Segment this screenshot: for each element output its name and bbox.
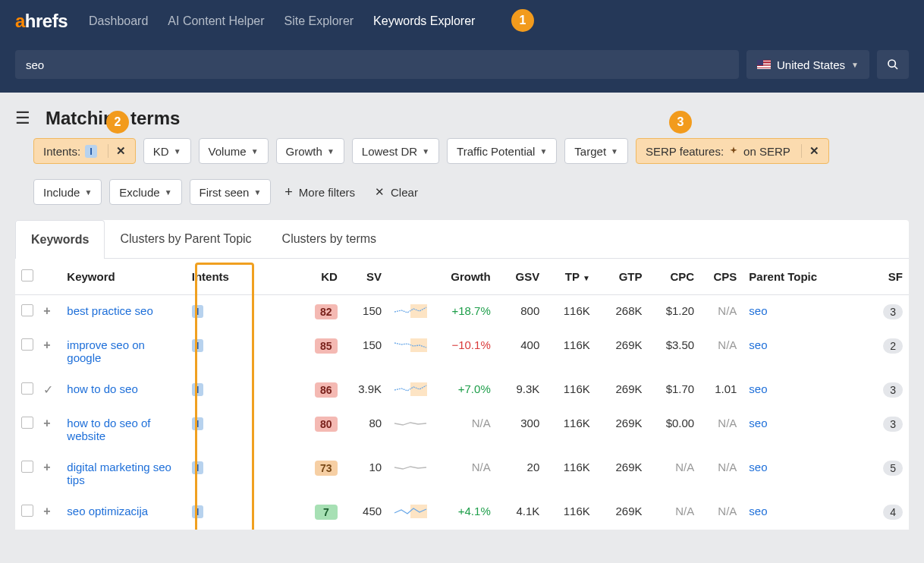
chevron-down-icon: ▼ (611, 147, 618, 156)
sparkline-icon (394, 505, 427, 518)
cpc-value: N/A (649, 495, 701, 530)
keyword-search-input[interactable] (15, 50, 739, 79)
keyword-link[interactable]: digital marketing seo tips (67, 461, 179, 486)
select-all-checkbox[interactable] (21, 269, 33, 282)
parent-topic-link[interactable]: seo (749, 304, 767, 317)
sf-pill: 5 (883, 461, 903, 476)
filter-traffic-potential[interactable]: Traffic Potential▼ (447, 138, 557, 164)
more-filters-button[interactable]: + More filters (278, 184, 361, 200)
hamburger-menu-icon[interactable]: ☰ (15, 109, 30, 128)
col-cpc[interactable]: CPC (649, 259, 701, 295)
kd-pill: 85 (315, 338, 338, 354)
gsv-value: 400 (497, 329, 546, 373)
sf-pill: 4 (883, 505, 903, 520)
filter-lowest-dr[interactable]: Lowest DR▼ (352, 138, 439, 164)
col-sv[interactable]: SV (344, 259, 388, 295)
intent-badge: I (192, 461, 204, 474)
col-gsv[interactable]: GSV (497, 259, 546, 295)
filter-volume[interactable]: Volume▼ (199, 138, 269, 164)
cpc-value: $0.00 (649, 407, 701, 451)
filter-target[interactable]: Target▼ (564, 138, 628, 164)
col-sf[interactable]: SF (869, 259, 909, 295)
col-parent-topic[interactable]: Parent Topic (743, 259, 869, 295)
nav-ai-content-helper[interactable]: AI Content Helper (168, 14, 264, 28)
expand-plus-icon[interactable]: + (43, 461, 50, 473)
search-button[interactable] (877, 50, 909, 79)
row-checkbox[interactable] (21, 417, 33, 429)
nav-keywords-explorer[interactable]: Keywords Explorer (373, 14, 475, 28)
parent-topic-link[interactable]: seo (749, 417, 767, 429)
table-row: +best practice seoI82150+18.7%800116K268… (15, 295, 909, 330)
sv-value: 450 (344, 495, 388, 530)
chevron-down-icon: ▼ (174, 147, 181, 156)
country-selector[interactable]: United States ▼ (746, 50, 869, 79)
filter-growth[interactable]: Growth▼ (276, 138, 344, 164)
sparkle-icon (728, 146, 739, 156)
parent-topic-link[interactable]: seo (749, 505, 767, 517)
growth-value: N/A (472, 461, 491, 473)
nav-dashboard[interactable]: Dashboard (89, 14, 148, 28)
tab-keywords[interactable]: Keywords (15, 220, 105, 259)
filter-first-seen[interactable]: First seen▼ (190, 179, 272, 205)
tab-clusters-parent-topic[interactable]: Clusters by Parent Topic (105, 220, 266, 258)
filter-intents-remove[interactable]: ✕ (108, 144, 126, 158)
row-checkbox[interactable] (21, 382, 33, 395)
cps-value: N/A (700, 451, 743, 495)
chevron-down-icon: ▼ (422, 147, 429, 156)
filter-intents[interactable]: Intents: I ✕ (33, 138, 136, 164)
gtp-value: 268K (596, 295, 649, 330)
filter-exclude[interactable]: Exclude▼ (109, 179, 181, 205)
gtp-value: 269K (596, 451, 649, 495)
clear-filters-button[interactable]: ✕ Clear (369, 185, 424, 199)
table-row: +improve seo on googleI85150−10.1%400116… (15, 329, 909, 373)
keyword-link[interactable]: improve seo on google (67, 338, 179, 364)
chevron-down-icon: ▼ (84, 188, 92, 197)
table-header-row: Keyword Intents KD SV Growth GSV TP ▼ GT… (15, 259, 909, 295)
intent-badge: I (192, 383, 204, 396)
expand-plus-icon[interactable]: + (43, 505, 50, 517)
col-intents[interactable]: Intents (186, 259, 250, 295)
kd-pill: 82 (315, 304, 338, 319)
keyword-link[interactable]: how to do seo of website (67, 417, 179, 442)
intent-badge: I (85, 145, 97, 158)
keyword-link[interactable]: how to do seo (67, 382, 137, 395)
kd-pill: 73 (315, 461, 338, 476)
main-nav: Dashboard AI Content Helper Site Explore… (89, 14, 475, 28)
filter-serp-features[interactable]: SERP features: on SERP ✕ (636, 138, 829, 164)
nav-site-explorer[interactable]: Site Explorer (284, 14, 354, 28)
annotation-2: 2 (106, 111, 129, 134)
sv-value: 80 (344, 407, 388, 451)
col-kd[interactable]: KD (298, 259, 344, 295)
logo[interactable]: ahrefs (15, 11, 68, 32)
col-gtp[interactable]: GTP (596, 259, 649, 295)
row-checkbox[interactable] (21, 338, 33, 351)
parent-topic-link[interactable]: seo (749, 461, 767, 473)
annotation-1: 1 (511, 9, 534, 32)
filter-serp-features-remove[interactable]: ✕ (801, 144, 819, 158)
filter-include[interactable]: Include▼ (33, 179, 102, 205)
search-icon (887, 58, 899, 71)
row-checkbox[interactable] (21, 304, 33, 316)
col-keyword[interactable]: Keyword (61, 259, 185, 295)
expand-plus-icon[interactable]: + (43, 304, 50, 317)
col-tp[interactable]: TP ▼ (545, 259, 596, 295)
page-header: ☰ Matching terms (0, 93, 924, 138)
row-checkbox[interactable] (21, 505, 33, 517)
keyword-link[interactable]: best practice seo (67, 304, 152, 317)
expand-plus-icon[interactable]: + (43, 338, 50, 351)
kd-pill: 80 (315, 417, 338, 432)
table-row: +seo optimizacijaI7450+4.1%4.1K116K269KN… (15, 495, 909, 530)
parent-topic-link[interactable]: seo (749, 382, 767, 395)
col-growth[interactable]: Growth (432, 259, 496, 295)
parent-topic-link[interactable]: seo (749, 338, 767, 351)
cpc-value: $3.50 (649, 329, 701, 373)
filter-kd[interactable]: KD▼ (143, 138, 191, 164)
expand-plus-icon[interactable]: + (43, 417, 50, 429)
row-checkbox[interactable] (21, 461, 33, 473)
results-card: Keywords Clusters by Parent Topic Cluste… (15, 220, 909, 530)
tab-clusters-terms[interactable]: Clusters by terms (267, 220, 391, 258)
col-cps[interactable]: CPS (700, 259, 743, 295)
check-icon[interactable]: ✓ (43, 383, 53, 396)
keyword-link[interactable]: seo optimizacija (67, 505, 148, 517)
sv-value: 10 (344, 451, 388, 495)
